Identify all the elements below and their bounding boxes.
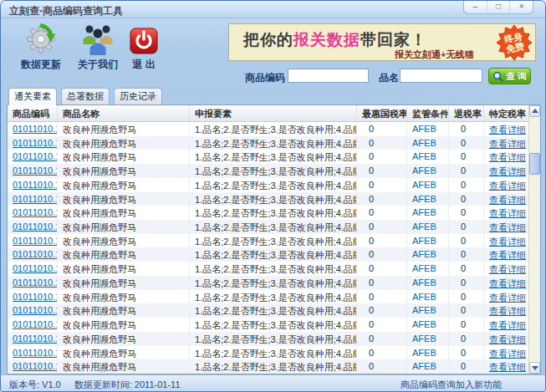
supervision-condition-link[interactable]: AFEB xyxy=(407,318,449,332)
supervision-condition-link[interactable]: AFEB xyxy=(407,220,449,234)
rebate-rate-value: 0 xyxy=(449,318,484,332)
maximize-button[interactable]: □ xyxy=(487,1,511,13)
supervision-condition-link[interactable]: AFEB xyxy=(407,206,449,220)
commodity-code-link[interactable]: 01011010.10 xyxy=(8,303,58,318)
view-detail-link[interactable]: 查看详细 xyxy=(484,122,528,136)
supervision-condition-link[interactable]: AFEB xyxy=(407,164,449,178)
tab-history[interactable]: 历史记录 xyxy=(114,88,162,104)
banner-headline-suffix: 带回家！ xyxy=(360,31,427,48)
commodity-code-link[interactable]: 01011010.10 xyxy=(8,262,58,276)
minimize-button[interactable]: – xyxy=(464,1,487,13)
supervision-condition-link[interactable]: AFEB xyxy=(407,359,449,374)
scroll-up-button[interactable] xyxy=(529,105,540,117)
mfn-rate-value: 0 xyxy=(357,206,407,220)
declaration-elements: 1.品名;2.是否野生;3.是否改良种用;4.品牌 xyxy=(190,234,357,248)
view-detail-link[interactable]: 查看详细 xyxy=(484,318,528,332)
commodity-code-link[interactable]: 01011010.10 xyxy=(8,247,58,262)
commodity-code-link[interactable]: 01011010.10 xyxy=(8,136,58,150)
commodity-code-link[interactable]: 01011010.10 xyxy=(8,122,58,136)
supervision-condition-link[interactable]: AFEB xyxy=(407,192,449,206)
commodity-name: 改良种用濒危野马 xyxy=(58,290,190,304)
commodity-code-link[interactable]: 01011010.10 xyxy=(8,276,58,290)
view-detail-link[interactable]: 查看详细 xyxy=(484,136,528,150)
about-us-button[interactable]: 关于我们 xyxy=(73,20,123,72)
view-detail-link[interactable]: 查看详细 xyxy=(484,164,528,178)
table-row: 01011010.10改良种用濒危野马1.品名;2.是否野生;3.是否改良种用;… xyxy=(8,122,528,136)
mfn-rate-value: 0 xyxy=(357,346,407,360)
declaration-elements: 1.品名;2.是否野生;3.是否改良种用;4.品牌 xyxy=(190,262,357,276)
view-detail-link[interactable]: 查看详细 xyxy=(484,359,528,374)
product-name-input[interactable] xyxy=(400,69,482,83)
mfn-rate-value: 0 xyxy=(357,150,407,164)
commodity-name: 改良种用濒危野马 xyxy=(58,178,190,192)
commodity-code-link[interactable]: 01011010.10 xyxy=(8,234,58,248)
view-detail-link[interactable]: 查看详细 xyxy=(484,178,528,192)
table-row: 01011010.10改良种用濒危野马1.品名;2.是否野生;3.是否改良种用;… xyxy=(8,346,528,360)
ad-banner[interactable]: 把你的报关数据带回家！ 报关立刻通+无线猫 终身 免费 xyxy=(228,23,536,61)
supervision-condition-link[interactable]: AFEB xyxy=(407,122,449,136)
supervision-condition-link[interactable]: AFEB xyxy=(407,262,449,276)
data-update-button[interactable]: 数据更新 xyxy=(11,20,71,72)
view-detail-link[interactable]: 查看详细 xyxy=(484,234,528,248)
tab-gac-data[interactable]: 总署数据 xyxy=(61,88,110,104)
close-button[interactable]: × xyxy=(510,1,533,13)
rebate-rate-value: 0 xyxy=(449,290,484,304)
table-row: 01011010.10改良种用濒危野马1.品名;2.是否野生;3.是否改良种用;… xyxy=(8,220,528,234)
commodity-code-input[interactable] xyxy=(288,69,369,83)
view-detail-link[interactable]: 查看详细 xyxy=(484,332,528,346)
commodity-code-link[interactable]: 01011010.10 xyxy=(8,290,58,304)
view-detail-link[interactable]: 查看详细 xyxy=(484,192,528,206)
view-detail-link[interactable]: 查看详细 xyxy=(484,262,528,276)
rebate-rate-value: 0 xyxy=(449,332,484,346)
table-row: 01011010.10改良种用濒危野马1.品名;2.是否野生;3.是否改良种用;… xyxy=(8,150,528,164)
supervision-condition-link[interactable]: AFEB xyxy=(407,346,449,360)
supervision-condition-link[interactable]: AFEB xyxy=(407,303,449,318)
view-detail-link[interactable]: 查看详细 xyxy=(484,276,528,290)
supervision-condition-link[interactable]: AFEB xyxy=(407,234,449,248)
supervision-condition-link[interactable]: AFEB xyxy=(407,136,449,150)
commodity-code-link[interactable]: 01011010.10 xyxy=(8,178,58,192)
supervision-condition-link[interactable]: AFEB xyxy=(407,178,449,192)
search-button[interactable]: 查 询 xyxy=(488,68,531,84)
scrollbar-thumb[interactable] xyxy=(529,153,540,175)
commodity-code-link[interactable]: 01011010.10 xyxy=(8,359,58,374)
commodity-code-link[interactable]: 01011010.10 xyxy=(8,220,58,234)
declaration-elements: 1.品名;2.是否野生;3.是否改良种用;4.品牌 xyxy=(190,332,357,346)
supervision-condition-link[interactable]: AFEB xyxy=(407,276,449,290)
commodity-code-link[interactable]: 01011010.10 xyxy=(8,332,58,346)
supervision-condition-link[interactable]: AFEB xyxy=(407,247,449,262)
search-button-label: 查 询 xyxy=(506,70,527,83)
commodity-code-link[interactable]: 01011010.10 xyxy=(8,318,58,332)
vertical-scrollbar[interactable] xyxy=(528,105,540,374)
scroll-down-button[interactable] xyxy=(529,362,540,374)
exit-button[interactable]: 退 出 xyxy=(125,20,163,72)
view-detail-link[interactable]: 查看详细 xyxy=(484,290,528,304)
mfn-rate-value: 0 xyxy=(357,192,407,206)
view-detail-link[interactable]: 查看详细 xyxy=(484,150,528,164)
commodity-code-link[interactable]: 01011010.10 xyxy=(8,150,58,164)
declaration-elements: 1.品名;2.是否野生;3.是否改良种用;4.品牌 xyxy=(190,206,357,220)
commodity-name: 改良种用濒危野马 xyxy=(58,164,190,178)
rebate-rate-value: 0 xyxy=(449,247,484,262)
view-detail-link[interactable]: 查看详细 xyxy=(484,220,528,234)
commodity-code-link[interactable]: 01011010.10 xyxy=(8,206,58,220)
commodity-code-link[interactable]: 01011010.10 xyxy=(8,346,58,360)
supervision-condition-link[interactable]: AFEB xyxy=(407,332,449,346)
tab-customs-elements[interactable]: 通关要素 xyxy=(8,88,57,105)
mfn-rate-value: 0 xyxy=(357,262,407,276)
table-row: 01011010.10改良种用濒危野马1.品名;2.是否野生;3.是否改良种用;… xyxy=(8,318,528,332)
supervision-condition-link[interactable]: AFEB xyxy=(407,150,449,164)
commodity-code-link[interactable]: 01011010.10 xyxy=(8,192,58,206)
chevron-up-icon xyxy=(532,109,538,113)
header-commodity-name: 商品名称 xyxy=(58,105,190,121)
magnifier-icon xyxy=(492,71,503,82)
view-detail-link[interactable]: 查看详细 xyxy=(484,303,528,318)
view-detail-link[interactable]: 查看详细 xyxy=(484,247,528,262)
view-detail-link[interactable]: 查看详细 xyxy=(484,346,528,360)
commodity-code-link[interactable]: 01011010.10 xyxy=(8,164,58,178)
supervision-condition-link[interactable]: AFEB xyxy=(407,290,449,304)
banner-headline-highlight: 报关数据 xyxy=(293,31,360,48)
view-detail-link[interactable]: 查看详细 xyxy=(484,206,528,220)
table-row: 01011010.10改良种用濒危野马1.品名;2.是否野生;3.是否改良种用;… xyxy=(8,276,528,290)
declaration-elements: 1.品名;2.是否野生;3.是否改良种用;4.品牌 xyxy=(190,303,357,318)
